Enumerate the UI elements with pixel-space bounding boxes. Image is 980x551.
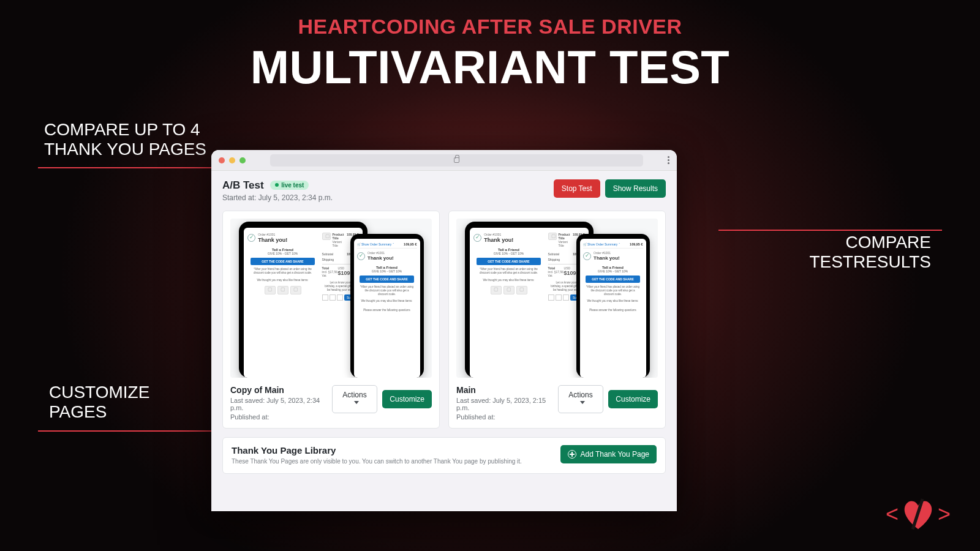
get-code-button[interactable]: GET THE CODE AND SHARE [586, 276, 639, 283]
date-field[interactable] [563, 294, 569, 301]
shipping-label: Shipping [322, 258, 334, 261]
thank-you-heading: Thank you! [368, 255, 394, 261]
angle-bracket-icon: > [938, 501, 951, 527]
tell-friend-sub: GIVE 10% - GET 10% [473, 252, 545, 255]
disclaimer-text: *After your friend has placed an order u… [357, 285, 417, 296]
window-chrome [211, 150, 677, 171]
survey-heading: Please answer the following questions [357, 309, 417, 312]
actions-dropdown[interactable]: Actions [332, 385, 378, 413]
kebab-menu-icon[interactable] [668, 156, 669, 164]
hero-subtitle: HEARTCODING AFTER SALE DRIVER [0, 15, 980, 39]
disclaimer-text: *After your friend has placed an order u… [247, 268, 318, 275]
tell-friend-sub: GIVE 10% - GET 10% [583, 269, 643, 273]
callout-customize-pages: CUSTOMIZEPAGES [49, 383, 149, 422]
device-preview: Order #1001 Thank you! Tell a Friend GIV… [456, 219, 658, 378]
hero-title: MULTIVARIANT TEST [0, 40, 980, 94]
disclaimer-text: *After your friend has placed an order u… [473, 268, 545, 275]
heartcoding-logo: < > [886, 498, 951, 530]
variant-published: Published at: [230, 413, 332, 421]
variant-title: Variant Title [333, 240, 345, 247]
subtotal-label: Subtotal [322, 252, 333, 256]
phone-mock: 🛒 Show Order Summary ˅109,95 € Order #10… [350, 234, 424, 378]
plus-circle-icon [568, 450, 576, 459]
check-icon [583, 252, 591, 260]
browser-window: A/B Test live test Started at: July 5, 2… [211, 150, 677, 511]
thank-you-heading: Thank you! [484, 237, 513, 243]
variant-name: Main [456, 385, 558, 395]
tablet-mock: Order #1001 Thank you! Tell a Friend GIV… [239, 222, 368, 378]
image-icon [322, 233, 331, 240]
lock-icon [454, 157, 459, 163]
variant-saved: Last saved: July 5, 2023, 2:34 p.m. [230, 397, 332, 411]
check-icon [473, 234, 481, 242]
thank-you-heading: Thank you! [594, 255, 620, 261]
check-icon [247, 234, 255, 242]
angle-bracket-icon: < [886, 501, 899, 527]
order-number: Order #1001 [368, 251, 394, 255]
variant-card: Order #1001 Thank you! Tell a Friend GIV… [222, 211, 440, 429]
device-preview: Order #1001 Thank you! Tell a Friend GIV… [230, 219, 432, 378]
traffic-lights [219, 157, 246, 163]
cart-icon[interactable]: 🛒 Show Order Summary ˅ [357, 242, 394, 246]
minimize-icon[interactable] [229, 157, 235, 163]
customize-button[interactable]: Customize [608, 390, 658, 408]
library-subtitle: These Thank You Pages are only visible t… [232, 458, 522, 465]
vat-text: incl. §17,56 Vat [548, 270, 564, 277]
get-code-button[interactable]: GET THE CODE AND SHARE [360, 276, 413, 283]
get-code-button[interactable]: GET THE CODE AND SHARE [251, 258, 314, 265]
get-code-button[interactable]: GET THE CODE AND SHARE [477, 258, 540, 265]
product-title: Product Title [559, 233, 570, 240]
url-bar[interactable] [270, 154, 643, 167]
heart-icon [901, 498, 935, 530]
callout-line [718, 230, 942, 231]
started-at-text: Started at: July 5, 2023, 2:34 p.m. [222, 193, 333, 202]
check-icon [357, 252, 365, 260]
tell-friend-sub: GIVE 10% - GET 10% [247, 252, 318, 255]
variant-saved: Last saved: July 5, 2023, 2:15 p.m. [456, 397, 558, 411]
zoom-icon[interactable] [239, 157, 246, 163]
date-field[interactable] [548, 294, 554, 301]
tell-friend-sub: GIVE 10% - GET 10% [357, 269, 417, 273]
app-body: A/B Test live test Started at: July 5, 2… [211, 171, 677, 474]
summary-price: 109,95 € [630, 242, 643, 246]
callout-compare-pages: COMPARE UP TO 4THANK YOU PAGES [44, 120, 206, 159]
live-test-badge: live test [270, 181, 309, 190]
variant-footer: Main Last saved: July 5, 2023, 2:15 p.m.… [456, 385, 658, 421]
date-field[interactable] [556, 294, 562, 301]
order-number: Order #1001 [484, 233, 513, 236]
add-thank-you-page-button[interactable]: Add Thank You Page [560, 445, 657, 463]
page-library-section: Thank You Page Library These Thank You P… [222, 437, 666, 474]
order-number: Order #1001 [594, 251, 620, 255]
upsell-heading: We thought you may also like these items… [247, 279, 318, 282]
thank-you-heading: Thank you! [258, 237, 287, 243]
cart-icon[interactable]: 🛒 Show Order Summary ˅ [583, 242, 620, 246]
order-number: Order #1001 [258, 233, 287, 236]
phone-mock: 🛒 Show Order Summary ˅109,95 € Order #10… [576, 234, 650, 378]
variant-card: Order #1001 Thank you! Tell a Friend GIV… [448, 211, 666, 429]
upsell-heading: We thought you may also like these items… [583, 299, 643, 303]
callout-compare-results: COMPARETESTRESULTS [809, 233, 931, 272]
shipping-label: Shipping [548, 258, 560, 261]
tablet-mock: Order #1001 Thank you! Tell a Friend GIV… [465, 222, 594, 378]
actions-dropdown[interactable]: Actions [558, 385, 604, 413]
product-title: Product Title [333, 233, 344, 240]
variant-footer: Copy of Main Last saved: July 5, 2023, 2… [230, 385, 432, 421]
date-field[interactable] [337, 294, 343, 301]
variant-title: Variant Title [559, 240, 571, 247]
stop-test-button[interactable]: Stop Test [554, 179, 600, 198]
upsell-heading: We thought you may also like these items… [357, 299, 417, 303]
upsell-thumbs [473, 286, 545, 294]
library-title: Thank You Page Library [232, 445, 522, 455]
chevron-down-icon [580, 401, 585, 407]
vat-text: incl. §17,56 Vat [322, 270, 338, 277]
date-field[interactable] [330, 294, 336, 301]
chevron-down-icon [354, 401, 359, 407]
upsell-thumbs [247, 286, 318, 294]
ab-test-header: A/B Test live test Started at: July 5, 2… [222, 179, 666, 202]
show-results-button[interactable]: Show Results [605, 179, 666, 198]
image-icon [548, 233, 557, 240]
close-icon[interactable] [219, 157, 225, 163]
date-field[interactable] [322, 294, 328, 301]
variants-grid: Order #1001 Thank you! Tell a Friend GIV… [222, 211, 666, 429]
customize-button[interactable]: Customize [382, 390, 432, 408]
